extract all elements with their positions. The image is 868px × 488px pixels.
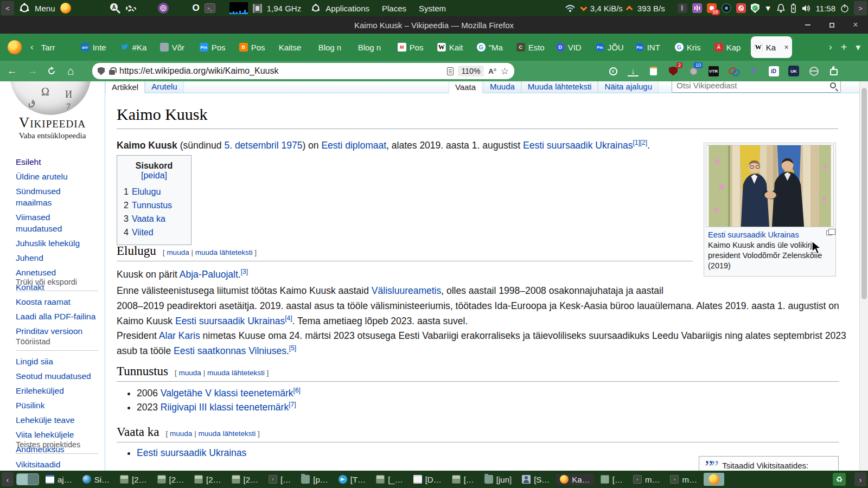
search-icon[interactable] bbox=[830, 82, 836, 88]
search-a-icon[interactable]: A bbox=[109, 2, 121, 14]
sidebar-item-pdf[interactable]: Laadi alla PDF-failina bbox=[16, 311, 103, 322]
link-suursaadik-ukrainas[interactable]: Eesti suursaadik Ukrainas bbox=[137, 447, 246, 458]
sidebar-item-seotud[interactable]: Seotud muudatused bbox=[16, 370, 103, 382]
volume-icon[interactable] bbox=[802, 4, 811, 12]
link-extension-icon[interactable] bbox=[728, 66, 739, 76]
edit-link[interactable]: muuda bbox=[170, 429, 192, 438]
toc-item-viited[interactable]: 4Viited bbox=[124, 226, 184, 239]
tab-blog-1[interactable]: Blog n bbox=[315, 35, 355, 59]
sidebar-item-esileht[interactable]: Esileht bbox=[16, 156, 103, 168]
id-extension-icon[interactable]: iD bbox=[768, 66, 779, 76]
back-button[interactable]: ← bbox=[5, 65, 18, 77]
sidebar-item-viimased[interactable]: Viimased muudatused bbox=[16, 211, 76, 234]
url-input[interactable] bbox=[119, 66, 443, 76]
power-icon[interactable] bbox=[840, 4, 849, 12]
link-suursaadik-ukrainas[interactable]: Eesti suursaadik Ukrainas bbox=[175, 316, 285, 326]
task-browser-si[interactable]: Si… bbox=[79, 474, 113, 485]
sidebar-item-juhuslik[interactable]: Juhuslik lehekülg bbox=[16, 237, 103, 249]
edit-source-link[interactable]: muuda lähteteksti bbox=[195, 248, 253, 256]
wiki-search-input[interactable] bbox=[676, 81, 830, 90]
ref-3[interactable]: [3] bbox=[241, 268, 248, 275]
bluetooth-icon[interactable]: ᛒ bbox=[678, 3, 687, 13]
new-tab-button[interactable]: + bbox=[837, 41, 852, 54]
ref-6[interactable]: [6] bbox=[293, 387, 301, 394]
tab-wikipedia-kait[interactable]: WKait bbox=[434, 35, 474, 59]
tab-naita-ajalugu[interactable]: Näita ajalugu bbox=[598, 81, 659, 93]
audio-applet-icon[interactable] bbox=[692, 3, 702, 13]
task-document-aj[interactable]: aj… bbox=[42, 474, 76, 485]
wikipedia-globe-logo[interactable]: Ω И ق 7 bbox=[10, 81, 91, 115]
taskbar-collapse-left-icon[interactable]: ‹ bbox=[2, 472, 14, 486]
reload-button[interactable] bbox=[47, 66, 56, 76]
tab-google-kris[interactable]: GKris bbox=[672, 35, 711, 59]
task-terminal-2[interactable]: ›m… bbox=[629, 474, 664, 485]
toc-item-elulugu[interactable]: 1Elulugu bbox=[124, 185, 184, 198]
list-tabs-icon[interactable]: ▾ bbox=[851, 42, 865, 53]
tab-artikkel[interactable]: Artikkel bbox=[105, 81, 145, 93]
triangle-extension-icon[interactable]: ▼ bbox=[748, 66, 759, 76]
tab-kaitse[interactable]: Kaitse bbox=[276, 35, 315, 59]
link-suursaadik[interactable]: Eesti suursaadik Ukrainas bbox=[523, 140, 633, 151]
link-sunnikuupaev[interactable]: 5. detsembril 1975 bbox=[224, 140, 302, 151]
link-riigivapp[interactable]: Riigivapi III klassi teenetemärk bbox=[161, 402, 289, 413]
thumb-extension-icon[interactable] bbox=[828, 66, 839, 76]
tab-jou[interactable]: PmJÕU bbox=[592, 35, 632, 59]
scroll-tabs-right-icon[interactable]: › bbox=[825, 42, 837, 53]
panel-collapse-right-icon[interactable]: > bbox=[854, 1, 867, 15]
task-firefox-kaimo-active[interactable]: Ka… bbox=[556, 474, 593, 485]
task-folder-p[interactable]: [p… bbox=[297, 474, 332, 485]
maximize-button[interactable] bbox=[827, 20, 837, 30]
translate-icon[interactable]: Aa bbox=[488, 67, 496, 75]
globe-extension-icon[interactable] bbox=[808, 66, 819, 76]
trash-icon[interactable]: ♻ bbox=[833, 473, 846, 486]
task-image-green[interactable]: [… bbox=[597, 474, 627, 485]
wifi-icon[interactable] bbox=[565, 4, 576, 12]
cpu-chip-icon[interactable] bbox=[253, 4, 262, 13]
forward-button[interactable]: → bbox=[26, 65, 39, 77]
tor-browser-icon[interactable] bbox=[158, 3, 169, 14]
sidebar-item-lingid-siia[interactable]: Lingid siia bbox=[16, 356, 103, 367]
taskbar-collapse-right-icon[interactable]: › bbox=[854, 472, 866, 486]
wikipedia-wordmark[interactable]: Vikipeedia bbox=[0, 115, 105, 130]
places-menu[interactable]: Places bbox=[382, 4, 406, 13]
menu-button[interactable]: Menu bbox=[35, 4, 55, 13]
link-saatkond-vilniuses[interactable]: Eesti saatkonnas Vilniuses bbox=[174, 345, 286, 356]
task-image-1[interactable]: [2… bbox=[116, 474, 151, 485]
zoom-level-badge[interactable]: 110% bbox=[458, 66, 484, 76]
enlarge-icon[interactable] bbox=[826, 230, 832, 235]
tab-postimees[interactable]: PmPos bbox=[196, 35, 236, 59]
mail-notifier-icon[interactable]: 58 bbox=[707, 3, 717, 13]
security-shield-icon[interactable]: ✓ bbox=[751, 3, 760, 13]
tab-kaimo-kuusk-active[interactable]: WKa× bbox=[751, 36, 792, 58]
clock[interactable]: 11:58 bbox=[816, 4, 835, 13]
toc-item-tunnustus[interactable]: 2Tunnustus bbox=[124, 198, 184, 212]
tab-google-ma[interactable]: G"Ma bbox=[474, 35, 513, 59]
edit-link[interactable]: muuda bbox=[179, 369, 201, 377]
do-not-disturb-icon[interactable] bbox=[736, 3, 746, 13]
link-valisluureamet[interactable]: Välisluureametis bbox=[372, 285, 441, 296]
terminal-launcher-icon[interactable]: >_ bbox=[205, 3, 215, 13]
camera-lens-icon[interactable] bbox=[722, 3, 731, 13]
sidebar-item-koosta-raamat[interactable]: Koosta raamat bbox=[16, 296, 103, 307]
session-extension-icon[interactable]: 10 bbox=[688, 66, 699, 76]
tab-esto[interactable]: CEsto bbox=[513, 35, 553, 59]
tab-tarr[interactable]: Tarr bbox=[38, 35, 78, 59]
panel-collapse-left-icon[interactable]: < bbox=[1, 1, 14, 15]
system-menu[interactable]: System bbox=[419, 4, 446, 13]
firefox-launcher-icon[interactable] bbox=[60, 3, 71, 14]
wiki-search-box[interactable] bbox=[672, 81, 841, 93]
tab-arutelu[interactable]: Arutelu bbox=[145, 81, 184, 93]
battery-icon[interactable] bbox=[790, 3, 797, 13]
task-image-5[interactable]: [_… bbox=[372, 474, 407, 485]
tracking-shield-icon[interactable] bbox=[98, 67, 105, 75]
menu-hamburger-icon[interactable] bbox=[848, 67, 858, 75]
tab-gmail-post[interactable]: MPos bbox=[394, 35, 434, 59]
vtr-extension-icon[interactable]: VTR bbox=[708, 66, 719, 76]
tab-inte[interactable]: errInte bbox=[78, 35, 117, 59]
task-image-4[interactable]: [2… bbox=[228, 474, 263, 485]
sidebar-item-uldine-arutelu[interactable]: Üldine arutelu bbox=[16, 171, 103, 182]
link-valgetahe[interactable]: Valgetähe V klassi teenetemärk bbox=[161, 388, 293, 399]
sidebar-item-erilehekuljed[interactable]: Erileheküljed bbox=[16, 385, 103, 396]
ref-5[interactable]: [5] bbox=[289, 344, 296, 352]
task-image-2[interactable]: [2… bbox=[154, 474, 188, 485]
